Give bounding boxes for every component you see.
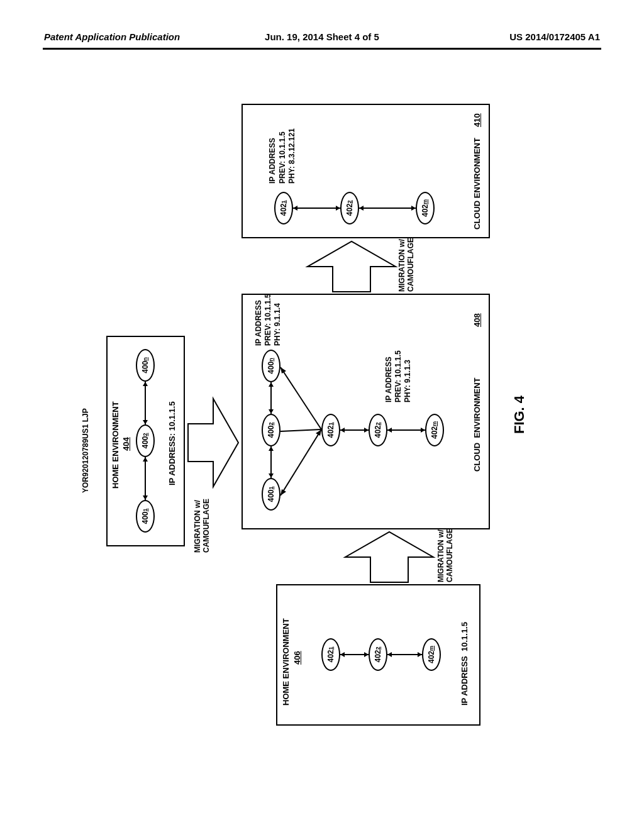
cloud408-ref: 408 <box>472 313 482 327</box>
cloud408-title: CLOUD ENVIRONMENT <box>472 378 482 472</box>
svg-marker-12 <box>418 652 422 657</box>
svg-marker-34 <box>293 206 297 211</box>
connector-cross-cloud408 <box>280 363 325 495</box>
svg-line-23 <box>280 367 321 429</box>
svg-marker-24 <box>280 367 286 374</box>
svg-marker-35 <box>336 206 340 211</box>
box-home-404: HOME ENVIRONMENT 404 4001 4002 400n IP A… <box>106 336 185 546</box>
svg-marker-1 <box>143 495 148 500</box>
home-406-title: HOME ENVIRONMENT <box>281 618 291 706</box>
page: Patent Application Publication Jun. 19, … <box>0 0 644 830</box>
svg-marker-6 <box>188 399 238 487</box>
node-400-n-cloud408: 400n <box>262 350 280 382</box>
node-400-n-home404: 400n <box>136 349 155 382</box>
connector-home406 <box>340 653 422 656</box>
svg-marker-31 <box>421 428 425 433</box>
box-home-406: HOME ENVIRONMENT 406 4021 4022 402m IP A… <box>276 584 480 726</box>
diagram-container: YOR920120789US1 LJP HOME ENVIRONMENT 404… <box>81 104 562 726</box>
svg-marker-32 <box>308 241 396 292</box>
home-404-ip: IP ADDRESS: 10.1.1.5 <box>167 401 177 485</box>
cloud410-ip: IP ADDRESS PREV: 10.1.1.5 PHY: 8.3.12.12… <box>268 128 297 184</box>
home-404-title: HOME ENVIRONMENT <box>111 401 120 489</box>
svg-marker-16 <box>269 446 274 451</box>
node-402-m-cloud408: 402m <box>425 414 444 446</box>
node-402-1-cloud408: 4021 <box>321 414 340 446</box>
node-402-1-home406: 4021 <box>321 638 340 671</box>
header-rule <box>43 48 601 50</box>
svg-marker-2 <box>143 457 148 462</box>
svg-marker-19 <box>269 382 274 387</box>
home-404-ref: 404 <box>121 437 131 451</box>
migration-arrow-404-to-408 <box>188 399 238 487</box>
svg-line-20 <box>280 429 321 495</box>
cloud410-ref: 410 <box>472 113 482 127</box>
cloud408-ip-b: IP ADDRESS PREV: 10.1.1.5 PHY: 9.1.1.3 <box>384 350 413 402</box>
figure-label: FIG. 4 <box>511 104 528 726</box>
svg-marker-9 <box>364 652 369 657</box>
node-400-1-cloud408: 4001 <box>262 478 280 511</box>
migration-label-404-408: MIGRATION w/ CAMOUFLAGE <box>193 499 211 553</box>
svg-marker-8 <box>340 652 345 657</box>
box-cloud-408: 4001 4002 400n IP ADDRESS PREV: 10.1.1.5… <box>242 294 490 529</box>
svg-marker-11 <box>387 652 392 657</box>
connector-402-cloud410 <box>293 207 416 209</box>
svg-marker-37 <box>359 206 364 211</box>
svg-marker-4 <box>143 420 148 424</box>
node-400-1-home404: 4001 <box>136 500 155 533</box>
migration-arrow-406-to-408 <box>345 532 433 582</box>
doc-number: YOR920120789US1 LJP <box>81 408 90 493</box>
node-402-m-home406: 402m <box>422 638 441 671</box>
migration-label-408-410: MIGRATION w/ CAMOUFLAGE <box>397 238 415 292</box>
node-402-m-cloud410: 402m <box>416 192 435 224</box>
svg-marker-18 <box>269 409 274 414</box>
connector-400-cloud408 <box>270 382 272 478</box>
home-406-ip: IP ADDRESS 10.1.1.5 <box>460 622 469 706</box>
svg-marker-15 <box>269 473 274 478</box>
diagram-rotated: YOR920120789US1 LJP HOME ENVIRONMENT 404… <box>81 104 562 726</box>
svg-marker-13 <box>345 532 433 582</box>
cloud408-ip-a: IP ADDRESS PREV: 10.1.1.5 PHY: 9.1.1.4 <box>254 294 282 346</box>
node-402-1-cloud410: 4021 <box>274 192 293 224</box>
connector-home404 <box>144 382 147 500</box>
migration-label-406-408: MIGRATION w/ CAMOUFLAGE <box>436 528 454 582</box>
svg-marker-21 <box>280 489 286 495</box>
connector-402-cloud408 <box>340 429 425 431</box>
cloud410-title: CLOUD ENVIRONMENT <box>472 138 482 230</box>
svg-marker-5 <box>143 382 148 386</box>
migration-arrow-408-to-410 <box>308 241 396 292</box>
svg-marker-30 <box>387 428 392 433</box>
svg-marker-22 <box>316 429 321 436</box>
svg-line-25 <box>280 429 321 431</box>
home-406-ref: 406 <box>292 651 302 665</box>
box-cloud-410: 4021 4022 402m IP ADDRESS PREV: 10.1.1.5… <box>242 104 490 238</box>
svg-marker-27 <box>340 428 345 433</box>
svg-marker-38 <box>411 206 416 211</box>
header-right: US 2014/0172405 A1 <box>509 31 600 42</box>
svg-marker-28 <box>364 428 369 433</box>
